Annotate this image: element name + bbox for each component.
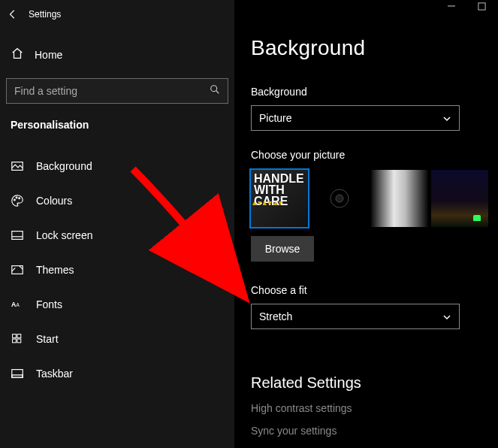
svg-rect-15 (478, 2, 484, 9)
svg-point-2 (14, 199, 16, 201)
nav-list: Background Colours Lock screen Themes AA… (0, 149, 234, 391)
sidebar-item-colours[interactable]: Colours (0, 183, 234, 218)
related-link-contrast[interactable]: High contrast settings (251, 402, 498, 414)
palette-icon (11, 194, 24, 207)
svg-rect-9 (13, 334, 17, 338)
search-field[interactable] (14, 85, 210, 97)
search-icon (210, 84, 220, 98)
nav-label: Lock screen (36, 229, 92, 241)
home-label: Home (35, 49, 62, 61)
window-title: Settings (29, 9, 61, 20)
nav-label: Themes (36, 264, 74, 276)
related-link-sync[interactable]: Sync your settings (251, 425, 498, 437)
picture-thumbnail[interactable] (311, 170, 368, 227)
sidebar-item-background[interactable]: Background (0, 149, 234, 183)
sidebar-item-fonts[interactable]: AA Fonts (0, 287, 234, 322)
nav-label: Fonts (36, 298, 62, 310)
picture-icon (11, 159, 24, 173)
nav-label: Background (36, 160, 92, 172)
titlebar: Settings (0, 2, 234, 27)
choose-fit-label: Choose a fit (251, 284, 498, 296)
nav-label: Start (36, 333, 59, 345)
picture-thumbnail[interactable] (431, 170, 488, 227)
choose-picture-label: Choose your picture (251, 149, 498, 161)
browse-button[interactable]: Browse (251, 236, 314, 262)
fit-select[interactable]: Stretch (251, 304, 460, 329)
related-settings-title: Related Settings (251, 374, 498, 392)
select-value: Picture (259, 112, 292, 124)
svg-point-0 (211, 86, 217, 92)
page-title: Background (251, 36, 498, 60)
sidebar-item-start[interactable]: Start (0, 322, 234, 356)
svg-point-3 (16, 197, 17, 198)
themes-icon (11, 263, 24, 277)
background-select[interactable]: Picture (251, 105, 460, 131)
chevron-down-icon (442, 312, 451, 321)
background-label: Background (251, 86, 498, 98)
svg-point-17 (336, 195, 343, 202)
sidebar-item-lockscreen[interactable]: Lock screen (0, 218, 234, 253)
nav-label: Taskbar (36, 368, 73, 380)
svg-rect-5 (12, 232, 23, 240)
sidebar-item-taskbar[interactable]: Taskbar (0, 356, 234, 391)
chevron-down-icon (442, 114, 451, 123)
category-header: Personalisation (0, 114, 234, 134)
picture-thumbnail[interactable]: HANDLEWITHCARE ▴▾▴▾▴▾ (251, 170, 308, 227)
fonts-icon: AA (11, 298, 24, 311)
minimize-button[interactable] (447, 2, 456, 11)
svg-rect-10 (17, 334, 21, 338)
picture-thumbnail[interactable] (371, 170, 428, 227)
svg-text:A: A (16, 302, 20, 307)
nav-label: Colours (36, 195, 72, 207)
back-arrow-icon[interactable] (8, 9, 18, 20)
search-input[interactable] (6, 78, 228, 104)
window-controls (447, 2, 495, 11)
select-value: Stretch (259, 310, 292, 322)
taskbar-icon (11, 367, 24, 380)
maximize-button[interactable] (477, 2, 486, 11)
svg-rect-12 (17, 339, 21, 343)
home-icon (11, 47, 24, 63)
home-nav[interactable]: Home (0, 39, 234, 71)
main-content: Background Background Picture Choose you… (234, 0, 498, 448)
start-icon (11, 332, 24, 346)
lockscreen-icon (11, 229, 24, 242)
svg-rect-11 (13, 339, 17, 343)
svg-point-4 (19, 198, 20, 199)
picture-thumbnails: HANDLEWITHCARE ▴▾▴▾▴▾ (251, 170, 498, 227)
sidebar: Settings Home Personalisation Background (0, 0, 234, 448)
svg-rect-14 (12, 375, 23, 378)
sidebar-item-themes[interactable]: Themes (0, 253, 234, 287)
